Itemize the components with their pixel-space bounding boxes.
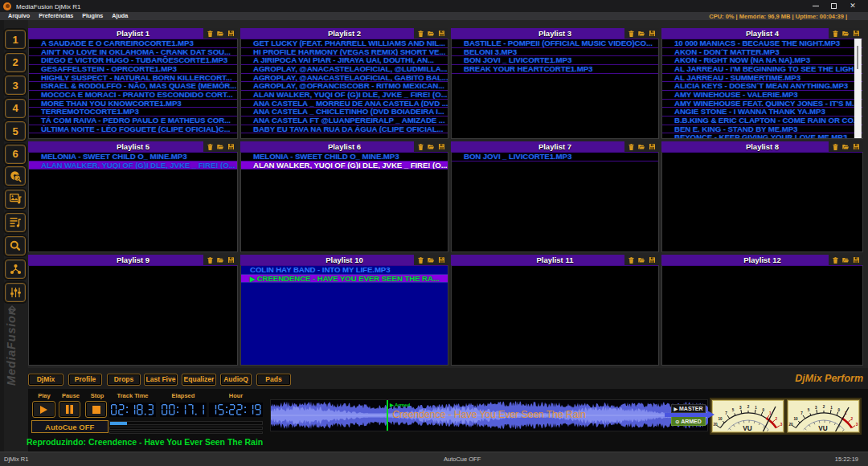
svg-text:5: 5 [732, 408, 735, 412]
svg-text:3: 3 [856, 423, 858, 427]
svg-text:VU: VU [743, 425, 751, 432]
svg-text:2: 2 [776, 417, 778, 421]
svg-text:20: 20 [713, 423, 718, 427]
svg-text:3: 3 [739, 406, 742, 410]
svg-text:0: 0 [838, 408, 841, 412]
svg-text:2: 2 [823, 405, 825, 409]
svg-text:7: 7 [800, 411, 803, 415]
svg-text:10: 10 [719, 417, 723, 421]
svg-text:1: 1 [755, 406, 757, 410]
svg-text:7: 7 [725, 411, 727, 415]
svg-text:3: 3 [780, 423, 783, 427]
svg-text:2: 2 [851, 417, 854, 421]
svg-text:10: 10 [794, 417, 799, 421]
svg-text:2: 2 [747, 405, 750, 409]
svg-text:1: 1 [830, 406, 833, 410]
svg-text:3: 3 [815, 406, 817, 410]
svg-text:5: 5 [808, 408, 810, 412]
svg-text:0: 0 [763, 408, 765, 412]
svg-text:VU: VU [818, 425, 827, 432]
svg-text:20: 20 [788, 423, 793, 427]
